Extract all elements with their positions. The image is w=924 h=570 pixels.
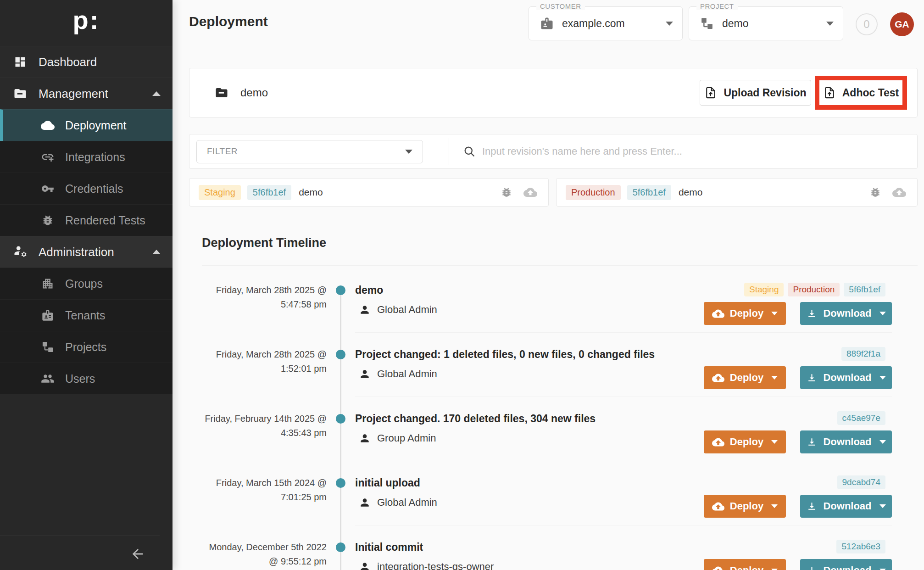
deploy-button[interactable]: Deploy: [704, 302, 786, 325]
bug-icon: [40, 214, 55, 227]
timeline-entry: Friday, February 14th 2025 @ 4:35:43 pm …: [202, 408, 918, 472]
cloud-upload-icon[interactable]: [523, 185, 537, 199]
sidebar-item-dashboard[interactable]: Dashboard: [0, 46, 173, 78]
folder-icon: [215, 86, 228, 100]
person-icon: [359, 432, 371, 444]
chevron-down-icon: [879, 504, 886, 508]
building-icon: [40, 277, 55, 290]
deploy-button[interactable]: Deploy: [704, 495, 786, 518]
timeline-title: Deployment Timeline: [202, 236, 326, 250]
chevron-down-icon: [826, 22, 834, 26]
revision-hash-badge: 512ab6e3: [836, 540, 885, 553]
cloud-upload-icon: [712, 307, 724, 320]
avatar[interactable]: GA: [890, 12, 914, 36]
timeline-dot: [336, 350, 345, 359]
cloud-icon: [40, 118, 55, 132]
revision-author: Group Admin: [359, 432, 436, 444]
upload-file-icon: [704, 86, 717, 99]
timeline-dot: [336, 414, 345, 424]
arrow-left-icon: [130, 546, 145, 563]
adhoc-test-button[interactable]: Adhoc Test: [819, 80, 902, 105]
cloud-upload-icon: [712, 372, 724, 384]
deploy-button[interactable]: Deploy: [704, 430, 786, 453]
upload-revision-button[interactable]: Upload Revision: [700, 80, 811, 106]
download-button[interactable]: Download: [800, 559, 892, 570]
sidebar-item-credentials[interactable]: Credentials: [0, 173, 173, 204]
sidebar-footer-divider: [0, 536, 160, 536]
folder-icon: [13, 87, 28, 101]
chevron-down-icon: [879, 440, 886, 444]
timeline-date: Monday, December 5th 2022 @ 9:55:12 pm: [193, 540, 327, 569]
customer-selector[interactable]: CUSTOMER example.com: [529, 6, 683, 40]
badge-icon: [40, 309, 55, 322]
customer-selector-value: example.com: [562, 17, 625, 30]
revision-hash-badge: 889f2f1a: [841, 347, 885, 361]
revision-author: Global Admin: [359, 368, 437, 380]
project-selector-value: demo: [722, 17, 749, 30]
revision-author: Global Admin: [359, 304, 437, 316]
sidebar-item-administration[interactable]: Administration: [0, 236, 173, 268]
project-selector[interactable]: PROJECT demo: [689, 6, 843, 40]
row-divider: [355, 461, 892, 461]
sidebar-item-integrations[interactable]: Integrations: [0, 141, 173, 173]
environment-revision-name: demo: [679, 187, 703, 198]
production-badge: Production: [566, 185, 621, 200]
bug-icon[interactable]: [869, 186, 881, 198]
timeline-dot: [336, 285, 345, 295]
revision-hash-badge: 5f6fb1ef: [627, 185, 671, 200]
row-divider: [355, 397, 892, 397]
customer-selector-label: CUSTOMER: [536, 2, 585, 10]
cloud-upload-icon: [712, 436, 724, 448]
chevron-down-icon: [666, 22, 673, 26]
revision-hash-badge: 5f6fb1ef: [844, 283, 885, 296]
staging-badge: Staging: [199, 185, 241, 200]
revision-author: Global Admin: [359, 497, 437, 509]
deployment-app: p: Dashboard Management Deployment Integ…: [0, 0, 924, 570]
timeline-entry: Friday, March 28th 2025 @ 1:52:01 pm Pro…: [202, 343, 918, 408]
download-button[interactable]: Download: [800, 366, 892, 389]
revision-title: demo: [355, 284, 383, 296]
cloud-upload-icon: [712, 564, 724, 570]
revision-title: Project changed: 1 deleted files, 0 new …: [355, 348, 655, 361]
search-input[interactable]: [482, 145, 917, 157]
revision-title: initial upload: [355, 477, 420, 489]
bug-icon[interactable]: [501, 186, 512, 198]
search-icon: [463, 145, 476, 158]
filter-dropdown[interactable]: FILTER: [196, 140, 423, 163]
cloud-upload-icon[interactable]: [892, 185, 906, 199]
people-icon: [40, 372, 55, 386]
sidebar-item-label: Projects: [65, 341, 106, 354]
revision-author: integration-tests-gs-owner: [359, 561, 494, 570]
sidebar-item-projects[interactable]: Projects: [0, 331, 173, 363]
download-icon: [806, 372, 818, 384]
hierarchy-icon: [700, 17, 714, 30]
deploy-button[interactable]: Deploy: [704, 366, 786, 389]
sidebar-item-rendered-tests[interactable]: Rendered Tests: [0, 204, 173, 236]
chevron-down-icon: [879, 376, 886, 380]
notification-badge[interactable]: 0: [856, 13, 878, 35]
chevron-down-icon: [879, 312, 886, 315]
timeline-date: Friday, February 14th 2025 @ 4:35:43 pm: [193, 412, 327, 440]
download-button[interactable]: Download: [800, 430, 892, 453]
sidebar-item-label: Tenants: [65, 309, 106, 322]
dashboard-icon: [13, 56, 28, 68]
sidebar-item-management[interactable]: Management: [0, 78, 173, 109]
download-button[interactable]: Download: [800, 302, 892, 325]
timeline-dot: [336, 542, 345, 552]
project-name: demo: [240, 86, 268, 99]
sidebar-item-groups[interactable]: Groups: [0, 268, 173, 299]
timeline-entry: Friday, March 15th 2024 @ 7:01:25 pm ini…: [202, 472, 918, 536]
collapse-sidebar-button[interactable]: [128, 544, 148, 564]
sidebar-item-tenants[interactable]: Tenants: [0, 299, 173, 331]
deploy-button[interactable]: Deploy: [704, 559, 786, 570]
sidebar-item-deployment[interactable]: Deployment: [0, 109, 173, 141]
hierarchy-icon: [40, 341, 55, 353]
sidebar-item-label: Administration: [39, 245, 114, 259]
filter-bar: FILTER: [189, 134, 918, 169]
revision-hash-badge: 9dcabd74: [837, 475, 885, 489]
chevron-down-icon: [771, 376, 778, 380]
sidebar-item-users[interactable]: Users: [0, 363, 173, 394]
timeline-date: Friday, March 28th 2025 @ 5:47:58 pm: [193, 283, 327, 312]
download-button[interactable]: Download: [800, 495, 892, 518]
timeline-dot: [336, 478, 345, 488]
